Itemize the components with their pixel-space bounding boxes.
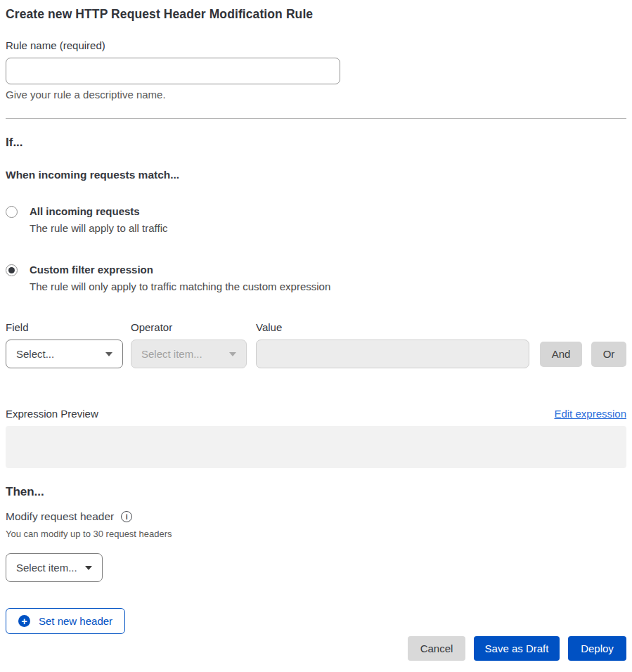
- header-item-select[interactable]: Select item...: [6, 553, 103, 582]
- create-rule-page: Create new HTTP Request Header Modificat…: [0, 6, 632, 661]
- then-section-heading: Then...: [6, 484, 626, 500]
- and-button[interactable]: And: [540, 342, 582, 367]
- radio-custom-filter-description: The rule will only apply to traffic matc…: [30, 280, 330, 293]
- chevron-down-icon: [105, 352, 112, 356]
- field-label: Field: [6, 322, 131, 332]
- if-section-heading: If...: [6, 135, 626, 150]
- cancel-button[interactable]: Cancel: [408, 636, 465, 661]
- header-item-select-value: Select item...: [16, 562, 77, 574]
- radio-all-incoming-label: All incoming requests: [30, 205, 167, 218]
- expression-preview-box: [6, 426, 626, 468]
- page-title: Create new HTTP Request Header Modificat…: [6, 6, 626, 22]
- value-input: [256, 340, 529, 368]
- incoming-requests-subheading: When incoming requests match...: [6, 168, 626, 181]
- operator-select: Select item...: [131, 340, 247, 368]
- expression-preview-label: Expression Preview: [6, 408, 98, 420]
- modify-request-header-label: Modify request header: [6, 510, 114, 523]
- radio-option-texts: All incoming requests The rule will appl…: [30, 205, 167, 235]
- footer-actions: Cancel Save as Draft Deploy: [6, 636, 626, 661]
- radio-option-custom-filter[interactable]: Custom filter expression The rule will o…: [6, 264, 626, 293]
- field-select[interactable]: Select...: [6, 340, 123, 368]
- modify-header-action-row: Modify request header i: [6, 510, 626, 523]
- deploy-button[interactable]: Deploy: [568, 636, 626, 661]
- expression-preview-header: Expression Preview Edit expression: [6, 408, 626, 420]
- radio-all-incoming-description: The rule will apply to all traffic: [30, 222, 167, 235]
- value-label: Value: [256, 322, 282, 332]
- radio-all-incoming-icon[interactable]: [6, 206, 18, 218]
- edit-expression-link[interactable]: Edit expression: [554, 408, 626, 420]
- radio-custom-filter-label: Custom filter expression: [30, 264, 330, 276]
- field-select-value: Select...: [16, 348, 54, 360]
- set-new-header-label: Set new header: [39, 615, 112, 627]
- save-as-draft-button[interactable]: Save as Draft: [474, 636, 560, 661]
- modify-header-help: You can modify up to 30 request headers: [6, 529, 626, 539]
- rule-name-help: Give your rule a descriptive name.: [6, 89, 626, 101]
- plus-circle-icon: +: [18, 615, 30, 627]
- rule-name-label: Rule name (required): [6, 40, 626, 51]
- or-button[interactable]: Or: [591, 342, 626, 367]
- radio-option-texts: Custom filter expression The rule will o…: [30, 264, 330, 293]
- section-divider: [6, 118, 626, 119]
- operator-label: Operator: [131, 322, 256, 332]
- radio-option-all-incoming[interactable]: All incoming requests The rule will appl…: [6, 205, 626, 235]
- set-new-header-button[interactable]: + Set new header: [6, 608, 125, 634]
- chevron-down-icon: [229, 352, 236, 356]
- operator-select-value: Select item...: [141, 348, 202, 360]
- info-icon[interactable]: i: [121, 511, 132, 522]
- expression-builder-row: Select... Select item... And Or: [6, 340, 626, 368]
- expression-builder-labels: Field Operator Value: [6, 322, 626, 332]
- rule-name-input[interactable]: [6, 58, 340, 84]
- chevron-down-icon: [85, 566, 92, 570]
- radio-custom-filter-icon[interactable]: [6, 264, 18, 276]
